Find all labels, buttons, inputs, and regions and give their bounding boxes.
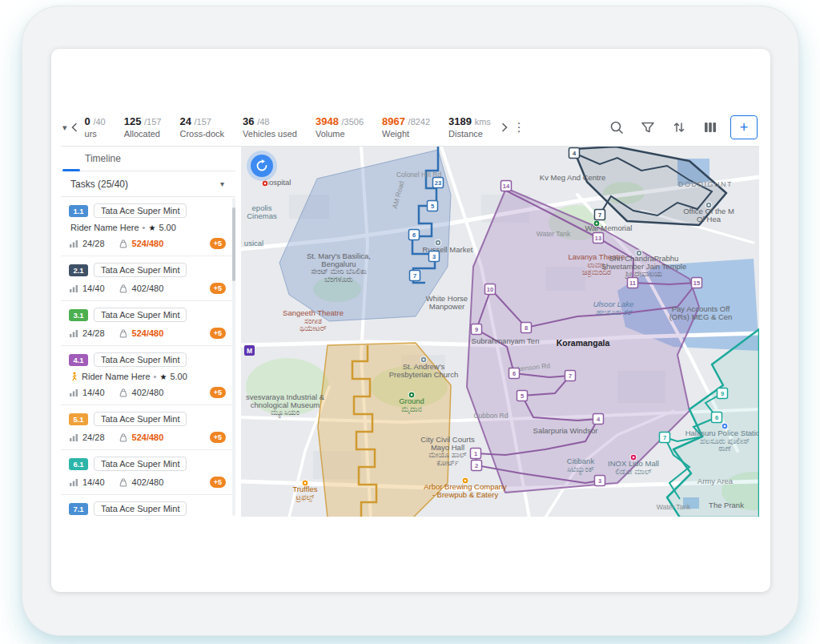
dropdown-caret-icon[interactable]: ▾ <box>62 123 67 133</box>
vehicle-card[interactable]: 5.1 Tata Ace Super Mint 24/28 524/480 +5 <box>61 405 235 450</box>
rider-row: Rider Name Here • ★ 5.00 <box>70 223 231 232</box>
poi-pin <box>462 477 468 484</box>
waypoint-marker[interactable]: 7 <box>565 371 576 381</box>
svg-text:ಹಲಸೂರು ಕೆರೆ: ಹಲಸೂರು ಕೆರೆ <box>596 308 633 316</box>
waypoint-marker[interactable]: 2 <box>472 461 482 471</box>
waypoint-marker[interactable]: 7 <box>660 433 670 443</box>
stops-icon <box>69 433 78 442</box>
stat-item: 3948 /3506 Volume <box>316 116 364 139</box>
waypoint-marker[interactable]: 7 <box>410 271 420 281</box>
poi-pin <box>420 356 427 363</box>
stats-scroll-right-icon[interactable] <box>499 122 510 133</box>
waypoint-marker[interactable]: 10 <box>485 284 496 295</box>
weight-icon <box>119 239 128 248</box>
vehicle-card[interactable]: 7.1 Tata Ace Super Mint 14/40 402/480 +5 <box>61 495 235 517</box>
vehicle-card[interactable]: 3.1 Tata Ace Super Mint 24/28 524/480 +5 <box>61 301 235 346</box>
waypoint-marker[interactable]: 6 <box>712 413 722 423</box>
svg-text:(ORs) MEG & Cen: (ORs) MEG & Cen <box>669 312 733 321</box>
vehicle-name-chip[interactable]: Tata Ace Super Mint <box>94 352 187 367</box>
waypoint-marker[interactable]: 8 <box>521 323 532 333</box>
stat-value: 36 <box>243 115 254 127</box>
stat-label: Cross-dock <box>179 129 224 139</box>
vehicle-name-chip[interactable]: Tata Ace Super Mint <box>94 412 187 426</box>
waypoint-marker[interactable]: 9 <box>718 388 728 399</box>
vehicle-name-chip[interactable]: Tata Ace Super Mint <box>94 501 187 516</box>
waypoint-marker[interactable]: 3 <box>429 252 440 262</box>
map-label: Groundಮೈದಾನ <box>399 396 424 414</box>
stat-value: 24 <box>179 115 191 127</box>
tasks-header[interactable]: Tasks (25/40) ▾ <box>61 171 235 197</box>
dot-separator: • <box>154 372 157 381</box>
waypoint-marker[interactable]: 13 <box>593 233 604 244</box>
vehicle-stats-row: 14/40 402/480 +5 <box>69 387 231 398</box>
vehicle-stats-row: 14/40 402/480 +5 <box>69 477 231 488</box>
search-icon[interactable] <box>609 120 624 135</box>
scrollbar-thumb[interactable] <box>232 207 235 281</box>
add-route-button[interactable]: + <box>730 115 758 139</box>
route-id-badge: 2.1 <box>69 264 88 276</box>
svg-text:7: 7 <box>413 272 416 280</box>
waypoint-marker[interactable]: 14 <box>501 181 512 191</box>
svg-text:10: 10 <box>487 286 493 293</box>
waypoint-marker[interactable]: 23 <box>433 178 444 188</box>
svg-text:ಮೈದಾನ: ಮೈದಾನ <box>401 405 422 414</box>
map-label: DODDIGUNT <box>678 180 733 188</box>
route-planning-app: ▾ 0 /40 urs 125 /157 Allocated 24 /157 C… <box>61 109 759 517</box>
sidebar-scrollbar[interactable] <box>232 198 235 516</box>
weight-icon <box>119 477 128 487</box>
vehicle-stats-row: 24/28 524/480 +5 <box>69 432 231 443</box>
weight-icon <box>119 388 128 397</box>
waypoint-marker[interactable]: 1 <box>471 449 481 459</box>
waypoint-marker[interactable]: 6 <box>509 368 520 379</box>
waypoint-marker[interactable]: 4 <box>593 414 604 425</box>
vehicle-name-chip[interactable]: Tata Ace Super Mint <box>94 457 187 471</box>
svg-text:Cinemas: Cinemas <box>247 211 277 220</box>
stops-count: 24/28 <box>82 239 105 248</box>
map-label: hospital <box>265 178 291 187</box>
map-label: Citibankಸಿಟಿಬ್ಯಾಂಕ್ <box>567 457 595 475</box>
waypoint-marker[interactable]: 4 <box>569 148 580 159</box>
map-label: The Prank <box>709 501 744 509</box>
vehicle-name-chip[interactable]: Tata Ace Super Mint <box>94 203 187 218</box>
stat-label: Vehicles used <box>243 129 297 139</box>
stops-icon <box>69 477 78 487</box>
columns-icon[interactable] <box>703 120 718 135</box>
vehicle-card[interactable]: 4.1 Tata Ace Super Mint Rider Name Here … <box>61 346 235 405</box>
stat-value: 0 <box>85 115 90 127</box>
waypoint-marker[interactable]: 3 <box>595 476 605 486</box>
vehicle-card[interactable]: 1.1 Tata Ace Super Mint Rider Name Here … <box>61 197 235 256</box>
map-label: svesvaraya Industrial &chnological Museu… <box>246 392 325 418</box>
stat-total: /8242 <box>408 117 431 127</box>
waypoint-marker[interactable]: 5 <box>428 201 438 211</box>
stat-value: 3948 <box>316 115 339 127</box>
poi-pin <box>636 250 642 256</box>
tasks-collapse-icon[interactable]: ▾ <box>220 179 224 188</box>
vehicle-card[interactable]: 6.1 Tata Ace Super Mint 14/40 402/480 +5 <box>61 450 235 495</box>
stops-count: 24/28 <box>82 328 105 338</box>
refresh-routes-button[interactable] <box>251 155 273 177</box>
svg-text:ಕೋರ್ಟ್: ಕೋರ್ಟ್ <box>436 458 459 467</box>
waypoint-marker[interactable]: 11 <box>628 278 638 288</box>
poi-pin <box>435 239 441 246</box>
poi-pin <box>262 180 268 187</box>
tab-timeline[interactable]: Timeline <box>61 147 235 171</box>
filter-icon[interactable] <box>641 120 655 135</box>
vehicle-name-chip[interactable]: Tata Ace Super Mint <box>94 263 187 277</box>
more-options-icon[interactable]: ⋮ <box>513 120 525 135</box>
sort-icon[interactable] <box>672 120 686 135</box>
vehicle-name-chip[interactable]: Tata Ace Super Mint <box>94 308 187 322</box>
waypoint-marker[interactable]: 9 <box>472 324 482 335</box>
stat-total: /48 <box>257 117 269 127</box>
load-count: 524/480 <box>132 239 164 248</box>
waypoint-marker[interactable]: 5 <box>517 391 528 401</box>
waypoint-marker[interactable]: 7 <box>595 210 605 220</box>
svg-text:ಠಾಣೆ: ಠಾಣೆ <box>718 444 731 453</box>
svg-text:- Brewpub & Eatery: - Brewpub & Eatery <box>432 490 499 499</box>
svg-text:6: 6 <box>512 370 516 377</box>
stats-scroll-left-icon[interactable] <box>69 122 80 133</box>
waypoint-marker[interactable]: 6 <box>409 230 420 240</box>
poi-pin <box>722 423 728 429</box>
map-canvas[interactable]: hospitalColonel Hill RdAM RoadepolisCine… <box>241 147 759 517</box>
vehicle-card[interactable]: 2.1 Tata Ace Super Mint 14/40 402/480 +5 <box>61 256 235 301</box>
waypoint-marker[interactable]: 15 <box>692 278 702 288</box>
